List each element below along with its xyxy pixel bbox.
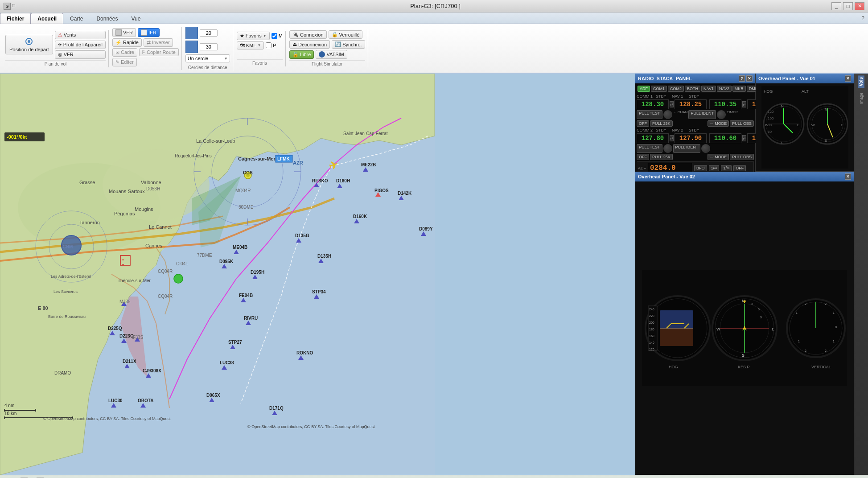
radio-stack-close[interactable]: ✕ [746, 75, 753, 82]
svg-text:6: 6 [758, 308, 760, 311]
circle-value1-input[interactable] [200, 29, 218, 37]
nav1-btn[interactable]: NAV1 [701, 86, 716, 92]
nav1-mode-btn[interactable]: ← MODE [708, 120, 729, 127]
vatsim-icon [319, 51, 325, 58]
radio-stack-help[interactable]: ? [739, 75, 745, 82]
comm2-pull-btn[interactable]: PULL TEST [637, 144, 662, 153]
minimize-button[interactable]: _ [831, 2, 841, 10]
cadre-button[interactable]: ⊡ Cadre [112, 48, 137, 57]
adf-bfo-btn[interactable]: BFO [694, 165, 707, 171]
ribbon-group-flight-rules: VFR IFR ⚡ Rapide ⇄ Inverser ⊡ Cadre ⎘ [110, 27, 182, 70]
circle-type-dropdown[interactable]: Un cercle ▼ [185, 54, 230, 62]
comm2-chan-knob[interactable] [663, 144, 672, 153]
favoris-dropdown-button[interactable]: ★ Favoris ▼ [237, 32, 270, 40]
ifr-button[interactable]: IFR [138, 28, 160, 37]
svg-text:ROKNO: ROKNO [296, 350, 313, 355]
nav1-swap-btn[interactable]: ⇄ [742, 101, 746, 107]
editer-button[interactable]: ✎ Editer [112, 58, 137, 66]
vents-button[interactable]: ⚠ Vents [55, 31, 106, 39]
tab-fichier[interactable]: Fichier [0, 13, 31, 24]
svg-text:E: E [772, 327, 774, 331]
p-checkbox[interactable]: P [266, 42, 276, 48]
nav2-swap-btn[interactable]: ⇄ [742, 135, 746, 141]
comm2-active-freq: 127.80 [637, 133, 669, 143]
nav1-pullobs-btn[interactable]: PULL OBS [730, 120, 754, 127]
svg-text:D135G: D135G [295, 233, 309, 238]
nav2-timer-knob[interactable] [701, 144, 710, 153]
vatsim-button[interactable]: VATSIM [316, 50, 347, 59]
position-depart-button[interactable]: Position de départ [5, 35, 53, 54]
nav2-active-freq: 110.60 [709, 133, 741, 143]
help-button[interactable]: ? [858, 14, 868, 23]
com1-btn[interactable]: COM1 [651, 86, 667, 92]
m-checkbox[interactable]: M [272, 33, 283, 39]
overhead2-close[interactable]: ✕ [845, 173, 851, 180]
mkr-btn[interactable]: MKR [732, 86, 746, 92]
tab-donnees[interactable]: Données [90, 13, 124, 24]
kml-dropdown-button[interactable]: 🗺 KML ▼ [237, 41, 264, 49]
comm1-swap-btn[interactable]: ⇄ [670, 101, 674, 107]
adf-top-btn[interactable]: ADF [638, 86, 650, 92]
inverser-button[interactable]: ⇄ Inverser [144, 38, 173, 47]
overhead2-content: 240 220 200 180 160 140 120 [635, 181, 854, 475]
svg-text:D223Q: D223Q [119, 334, 134, 338]
svg-text:E 80: E 80 [38, 305, 48, 311]
svg-text:S: S [742, 353, 745, 358]
vitesse-air-button[interactable]: ◎ VFR [55, 50, 106, 59]
svg-text:© OpenStreetMap contributors, : © OpenStreetMap contributors, CC-BY-SA. … [247, 424, 375, 429]
both-btn[interactable]: BOTH [685, 86, 700, 92]
deconnexion-button[interactable]: ⏏ Déconnexion [289, 40, 330, 49]
map-svg: E 80 [0, 74, 435, 475]
menu-bar-items: □ [12, 3, 15, 10]
comm1-chan-knob[interactable] [663, 110, 672, 119]
comm1-pull25k[interactable]: PULL 25K [650, 120, 673, 127]
vfr-button[interactable]: VFR [112, 28, 136, 37]
verrouille-button[interactable]: 🔒 Verrouillé [329, 30, 363, 39]
comm2-pull25k[interactable]: PULL 25K [650, 154, 673, 160]
nav2-btn[interactable]: NAV2 [717, 86, 732, 92]
overhead1-content: 120 100 80 60 N E S W [756, 83, 854, 171]
map-container[interactable]: E 80 [0, 74, 635, 475]
synchro-button[interactable]: 🔄 Synchro. [332, 40, 365, 49]
rapide-button[interactable]: ⚡ Rapide [112, 38, 142, 47]
ribbon-content: Position de départ ⚠ Vents ✈ Profil de l… [0, 24, 868, 74]
maximize-button[interactable]: □ [843, 2, 853, 10]
circle-color-swatch2[interactable] [185, 41, 198, 53]
stby2nav-label: STBY [689, 128, 699, 132]
svg-text:La Colle-sur-Loup: La Colle-sur-Loup [196, 138, 235, 144]
nav1-timer-knob[interactable] [717, 110, 726, 119]
comm1-pull-btn[interactable]: PULL TEST [637, 110, 662, 119]
comm1-off-btn[interactable]: OFF [637, 120, 649, 127]
adf-1-btn[interactable]: 1/∞ [709, 165, 720, 171]
svg-text:1: 1 [833, 340, 835, 343]
status-bar: Zoom : − 11 + Lat : N43° 39' 30.36" Lon … [0, 475, 868, 478]
adf-off-btn[interactable]: OFF [733, 165, 746, 171]
svg-text:10 km: 10 km [4, 411, 16, 416]
com2-btn[interactable]: COM2 [668, 86, 684, 92]
circle-color-swatch[interactable] [185, 27, 198, 39]
tab-accueil[interactable]: Accueil [31, 13, 63, 24]
nav2-pullobs-btn[interactable]: PULL OBS [730, 154, 754, 160]
svg-text:PIGOS: PIGOS [374, 188, 389, 193]
nav1-pull-ident[interactable]: PULL IDENT [688, 110, 716, 119]
comm2-swap-btn[interactable]: ⇄ [670, 135, 674, 141]
nav2-pull-ident[interactable]: PULL IDENT [673, 144, 701, 153]
adf-2-btn[interactable]: 1/∞ [721, 165, 732, 171]
tab-vue[interactable]: Vue [124, 13, 147, 24]
comm1-stby-freq: 128.25 [675, 99, 707, 109]
copier-route-button[interactable]: ⎘ Copier Route [139, 48, 179, 56]
svg-point-44 [174, 274, 183, 283]
svg-text:Grasse: Grasse [79, 180, 95, 185]
nav1-label: NAV 1 [672, 94, 687, 99]
overhead1-close[interactable]: ✕ [845, 75, 851, 82]
svg-text:LUC30: LUC30 [108, 398, 123, 403]
comm2-off-btn[interactable]: OFF [637, 154, 649, 160]
close-button[interactable]: ✕ [855, 2, 864, 10]
svg-text:D053H: D053H [146, 186, 160, 191]
profil-button[interactable]: ✈ Profil de l'Appareil [55, 41, 106, 49]
nav2-mode-btn[interactable]: ← MODE [708, 154, 729, 160]
circle-value2-input[interactable] [200, 43, 218, 50]
libre-button[interactable]: 🔓 Libre [289, 50, 314, 59]
tab-carte[interactable]: Carte [63, 13, 90, 24]
connexion-button[interactable]: 🔌 Connexion [289, 30, 327, 39]
